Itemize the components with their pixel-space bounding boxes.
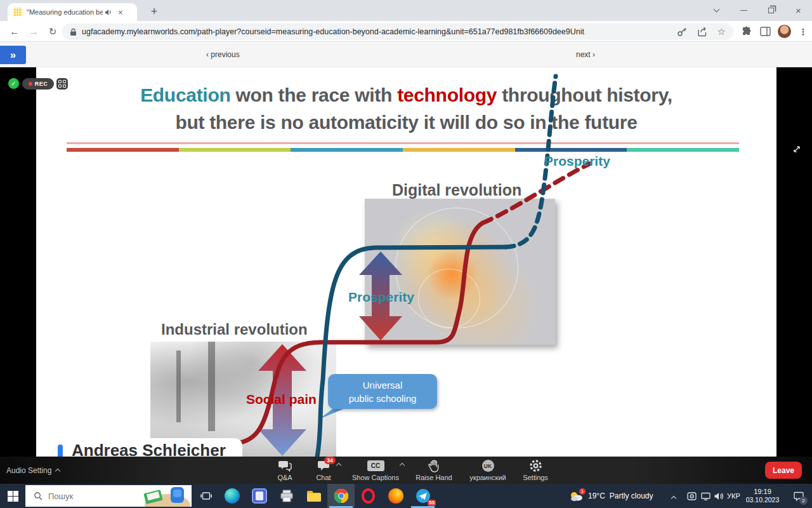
audio-setting-button[interactable]: Audio Setting bbox=[6, 457, 60, 484]
file-explorer-icon[interactable] bbox=[300, 484, 327, 508]
profile-avatar[interactable] bbox=[778, 25, 791, 38]
uk-language-badge: UK bbox=[482, 460, 494, 472]
raise-hand-label: Raise Hand bbox=[416, 474, 452, 481]
browser-tab[interactable]: "Measuring education beyo × bbox=[8, 3, 137, 21]
rec-label: REC bbox=[35, 81, 48, 87]
gallery-view-icon[interactable] bbox=[56, 78, 68, 90]
browser-menu-chevron-icon[interactable] bbox=[703, 0, 730, 21]
callout-line2: public schooling bbox=[349, 392, 417, 405]
interpretation-globe-icon: UK bbox=[482, 460, 494, 472]
lock-icon[interactable] bbox=[70, 28, 77, 36]
windows-logo-icon bbox=[8, 491, 18, 502]
previous-link[interactable]: ‹ previous bbox=[206, 42, 240, 67]
settings-label: Settings bbox=[523, 474, 548, 481]
new-tab-button[interactable]: + bbox=[146, 3, 162, 20]
search-doodle-image bbox=[141, 485, 192, 507]
fullscreen-expand-icon[interactable] bbox=[790, 143, 803, 156]
window-close-button[interactable]: × bbox=[785, 0, 812, 21]
blue-app-icon[interactable] bbox=[246, 484, 273, 508]
weather-icon: 1 bbox=[570, 491, 584, 502]
gear-icon bbox=[529, 460, 542, 472]
search-input[interactable] bbox=[48, 491, 124, 501]
hidden-icons-chevron[interactable] bbox=[671, 496, 676, 501]
taskbar-apps: 55 bbox=[218, 484, 436, 508]
chat-unread-badge: 34 bbox=[324, 457, 336, 464]
window-restore-button[interactable] bbox=[757, 0, 785, 21]
callout-line1: Universal bbox=[363, 378, 403, 392]
extensions-puzzle-icon[interactable] bbox=[737, 21, 755, 42]
start-button[interactable] bbox=[0, 484, 25, 508]
course-nav-bar: ‹ previous next › bbox=[0, 42, 812, 67]
temperature-text: 19°C bbox=[588, 491, 605, 500]
captions-label: Show Captions bbox=[352, 474, 399, 481]
industrial-revolution-label: Industrial revolution bbox=[161, 321, 308, 338]
side-panel-icon[interactable] bbox=[756, 21, 774, 42]
collapse-panel-button[interactable]: » bbox=[0, 46, 26, 64]
tab-favicon-icon bbox=[13, 8, 22, 17]
browser-tab-bar: "Measuring education beyo × + × bbox=[0, 0, 812, 21]
address-bar[interactable]: ugfacademy.mylearnworlds.com/path-player… bbox=[62, 23, 733, 40]
time-text: 19:19 bbox=[754, 488, 771, 496]
author-name: Andreas Schleicher bbox=[72, 441, 226, 457]
browser-toolbar: ← → ↻ ugfacademy.mylearnworlds.com/path-… bbox=[0, 21, 812, 42]
password-key-icon[interactable] bbox=[677, 27, 687, 37]
forward-button[interactable]: → bbox=[24, 21, 43, 42]
camera-tray-icon[interactable] bbox=[685, 484, 698, 508]
chevron-up-icon[interactable] bbox=[400, 463, 405, 468]
window-controls: × bbox=[703, 0, 812, 21]
raised-hand-icon bbox=[428, 460, 440, 472]
tab-audio-speaker-icon[interactable] bbox=[105, 9, 112, 16]
keyboard-language-button[interactable]: УКР bbox=[727, 484, 740, 508]
show-captions-button[interactable]: CC Show Captions bbox=[344, 457, 407, 484]
bookmark-star-icon[interactable]: ☆ bbox=[717, 26, 726, 37]
task-view-button[interactable] bbox=[194, 484, 218, 508]
qa-button[interactable]: Q&A bbox=[266, 457, 303, 484]
interpretation-language-button[interactable]: UK украинский bbox=[461, 457, 515, 484]
raise-hand-button[interactable]: Raise Hand bbox=[407, 457, 461, 484]
doodle-backpack-shape bbox=[171, 487, 184, 503]
url-text: ugfacademy.mylearnworlds.com/path-player… bbox=[82, 27, 667, 36]
chat-button[interactable]: 34 Chat bbox=[303, 457, 344, 484]
date-text: 03.10.2023 bbox=[746, 496, 780, 504]
webinar-controls: Q&A 34 Chat CC Show Captions Raise Hand bbox=[266, 457, 556, 484]
chevron-up-icon[interactable] bbox=[336, 463, 341, 468]
presentation-slide: Education won the race with technology t… bbox=[36, 67, 776, 457]
window-minimize-button[interactable] bbox=[730, 0, 757, 21]
firefox-app-icon[interactable] bbox=[382, 484, 409, 508]
volume-tray-icon[interactable] bbox=[712, 484, 725, 508]
tab-close-icon[interactable]: × bbox=[118, 8, 123, 17]
telegram-app-icon[interactable]: 55 bbox=[409, 484, 436, 508]
rec-dot-icon bbox=[29, 82, 32, 86]
back-button[interactable]: ← bbox=[5, 21, 24, 42]
leave-button[interactable]: Leave bbox=[765, 462, 802, 479]
browser-kebab-menu-icon[interactable]: ⋮ bbox=[794, 21, 812, 42]
digital-revolution-label: Digital revolution bbox=[392, 181, 521, 199]
network-tray-icon[interactable] bbox=[699, 484, 712, 508]
taskbar-search[interactable] bbox=[25, 485, 192, 507]
chrome-app-icon[interactable] bbox=[327, 484, 355, 508]
universal-public-schooling-callout: Universal public schooling bbox=[328, 374, 437, 409]
next-link[interactable]: next › bbox=[576, 42, 595, 67]
tab-title: "Measuring education beyo bbox=[27, 8, 103, 16]
opera-app-icon[interactable] bbox=[355, 484, 382, 508]
video-area: Education won the race with technology t… bbox=[0, 67, 812, 457]
chat-bubble-icon: 34 bbox=[317, 460, 330, 472]
qa-bubbles-icon bbox=[278, 460, 292, 472]
security-shield-icon: ✓ bbox=[8, 78, 19, 89]
cc-icon: CC bbox=[367, 460, 384, 472]
weather-widget[interactable]: 1 19°C Partly cloudy bbox=[570, 484, 653, 508]
clock-widget[interactable]: 19:19 03.10.2023 bbox=[745, 484, 780, 508]
notification-center-button[interactable]: 2 bbox=[789, 484, 808, 508]
weather-condition-text: Partly cloudy bbox=[610, 491, 653, 500]
settings-button[interactable]: Settings bbox=[515, 457, 556, 484]
edge-app-icon[interactable] bbox=[218, 484, 246, 508]
task-view-icon bbox=[200, 491, 212, 501]
printer-app-icon[interactable] bbox=[273, 484, 300, 508]
audio-setting-label: Audio Setting bbox=[6, 466, 51, 475]
author-box: Andreas Schleicher bbox=[51, 438, 242, 457]
qa-label: Q&A bbox=[277, 474, 292, 481]
share-icon[interactable] bbox=[697, 27, 707, 37]
webinar-control-bar: Audio Setting Q&A 34 Chat CC Show Captio… bbox=[0, 457, 812, 484]
language-label: украинский bbox=[469, 474, 506, 481]
reload-button[interactable]: ↻ bbox=[43, 21, 62, 42]
